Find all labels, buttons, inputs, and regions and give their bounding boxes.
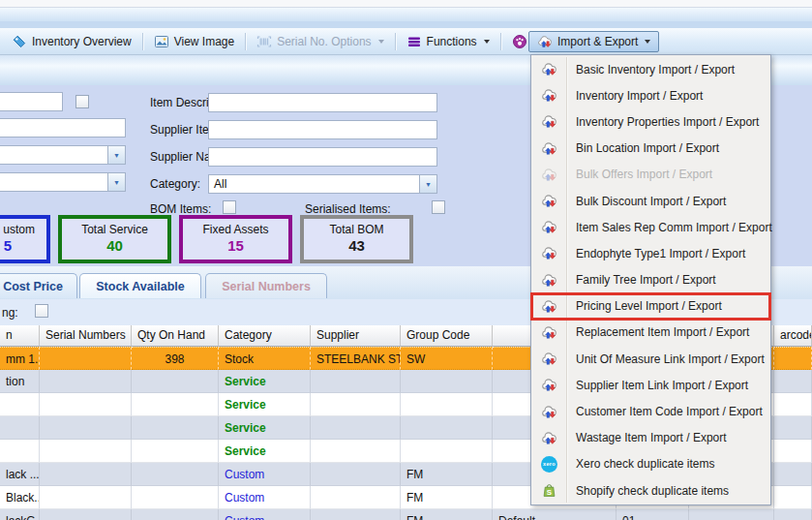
cell-category: Service [219, 393, 311, 416]
filter-combo-cut-2[interactable]: ▼ [0, 172, 126, 192]
tab-stock-available[interactable]: Stock Available [79, 273, 201, 298]
cell-supplier [311, 486, 401, 509]
inventory-overview-label: Inventory Overview [32, 35, 132, 48]
menu-item-bulk-offers[interactable]: Bulk Offers Import / Export [531, 162, 770, 188]
chevron-down-icon [484, 40, 490, 44]
menu-item-bin-location[interactable]: Bin Location Import / Export [531, 136, 770, 162]
category-value: All [209, 175, 436, 193]
menu-item-family-tree[interactable]: Family Tree Import / Export [531, 267, 770, 293]
cell [40, 347, 132, 370]
app-window: Inventory Overview View Image Serial No.… [0, 0, 812, 520]
cell-category: Service [219, 440, 311, 463]
serial-no-options-button[interactable]: Serial No. Options [249, 31, 391, 52]
cell-supplier [311, 416, 401, 440]
print-icon [512, 34, 527, 49]
summary-box-total-service: Total Service 40 [58, 215, 171, 263]
filter-checkbox-cut[interactable] [75, 95, 89, 108]
cell [40, 370, 132, 393]
menu-item-shopify-check[interactable]: Shopify check duplicate items [531, 477, 770, 504]
cell [40, 393, 132, 416]
cloud-import-export-icon [541, 193, 557, 209]
menu-item-endophyte-type1[interactable]: Endophyte Type1 Import / Export [531, 240, 770, 266]
menu-item-inventory-properties[interactable]: Inventory Properties Import / Export [531, 108, 770, 135]
chevron-down-icon[interactable]: ▼ [419, 175, 436, 193]
tag-icon [12, 34, 27, 49]
cloud-import-export-icon [541, 87, 557, 104]
cell [40, 463, 132, 486]
toolbar-separator [500, 33, 501, 50]
grouping-checkbox[interactable] [35, 304, 48, 318]
view-image-button[interactable]: View Image [146, 31, 242, 52]
menu-item-item-sales-rep-comm[interactable]: Item Sales Rep Comm Import / Export [531, 214, 770, 240]
menu-item-inventory[interactable]: Inventory Import / Export [531, 82, 770, 108]
column-header[interactable]: n [0, 325, 40, 347]
item-description-input[interactable] [208, 93, 437, 112]
filter-combo-cut-1[interactable]: ▼ [0, 145, 126, 165]
cell-supplier [311, 370, 401, 393]
column-header-qty-on-hand[interactable]: Qty On Hand [132, 325, 219, 347]
cloud-import-export-icon [541, 167, 557, 183]
inventory-overview-button[interactable]: Inventory Overview [4, 31, 139, 52]
window-top-strip [0, 0, 812, 8]
serial-no-options-label: Serial No. Options [277, 35, 371, 48]
summary-box-label: Total Service [62, 223, 167, 236]
import-export-button[interactable]: Import & Export [528, 31, 659, 52]
cell [0, 416, 40, 440]
xero-icon: xero [541, 456, 557, 473]
menu-item-label: Wastage Item Import / Export [576, 431, 727, 444]
summary-box-label: ustom [0, 223, 46, 236]
menu-item-bulk-discount[interactable]: Bulk Discount Import / Export [531, 188, 770, 214]
filter-field-cut-2[interactable] [0, 118, 126, 138]
column-header-category[interactable]: Category [219, 325, 311, 347]
menu-item-wastage-item[interactable]: Wastage Item Import / Export [531, 425, 770, 451]
serialised-items-checkbox[interactable] [432, 200, 445, 214]
menu-item-label: Supplier Item Link Import / Export [576, 379, 748, 392]
cell [774, 393, 812, 416]
column-header-supplier[interactable]: Supplier [311, 325, 401, 347]
table-row[interactable]: lackG Custom FM Default 01 [0, 509, 812, 520]
tab-serial-numbers[interactable]: Serial Numbers [205, 273, 327, 298]
menu-item-unit-of-measure-link[interactable]: Unit Of Measure Link Import / Export [531, 346, 770, 372]
cell: 01 [617, 509, 689, 520]
column-header-serial-numbers[interactable]: Serial Numbers [40, 325, 132, 347]
supplier-name-input[interactable] [208, 147, 437, 167]
import-export-menu: Basic Inventory Import / Export Inventor… [530, 54, 771, 505]
chevron-down-icon[interactable]: ▼ [107, 173, 125, 191]
cloud-import-export-icon [541, 140, 557, 157]
functions-label: Functions [427, 35, 477, 48]
supplier-item-code-input[interactable] [208, 120, 437, 139]
cell-supplier [311, 393, 401, 416]
menu-item-pricing-level[interactable]: Pricing Level Import / Export [531, 293, 770, 320]
column-header-barcode[interactable]: arcode [774, 325, 812, 347]
tab-cost-price[interactable]: r Cost Price [0, 273, 77, 298]
cell-category: Service [219, 416, 311, 440]
column-header-group-code[interactable]: Group Code [401, 325, 493, 347]
toolbar: Inventory Overview View Image Serial No.… [0, 28, 812, 55]
serialised-items-label: Serialised Items: [305, 202, 391, 216]
menu-item-supplier-item-link[interactable]: Supplier Item Link Import / Export [531, 372, 770, 398]
summary-box-custom: ustom 5 [0, 215, 50, 263]
functions-button[interactable]: Functions [399, 31, 497, 52]
filter-field-cut-1[interactable] [0, 92, 63, 111]
category-select[interactable]: All ▼ [208, 174, 437, 194]
image-icon [154, 34, 169, 49]
cell: mm 1... [0, 347, 40, 370]
menu-item-basic-inventory[interactable]: Basic Inventory Import / Export [531, 56, 770, 82]
chevron-down-icon[interactable]: ▼ [107, 146, 125, 164]
menu-item-customer-item-code[interactable]: Customer Item Code Import / Export [531, 398, 770, 424]
cell-supplier [311, 440, 401, 463]
cloud-import-export-icon [541, 61, 557, 77]
bom-items-checkbox[interactable] [223, 200, 236, 214]
cell-qty [132, 509, 219, 520]
barcode-icon [256, 34, 272, 49]
cell [774, 509, 812, 520]
cloud-import-export-icon [541, 324, 557, 341]
menu-item-xero-check[interactable]: xero Xero check duplicate items [531, 451, 770, 477]
cloud-import-export-icon [541, 245, 557, 261]
ribbon-strip [0, 8, 812, 21]
cell-category: Custom [219, 463, 311, 486]
chevron-down-icon [645, 40, 650, 44]
cell-group-code [401, 393, 493, 416]
cell-qty [132, 393, 219, 416]
menu-item-replacement-item[interactable]: Replacement Item Import / Export [531, 320, 770, 346]
